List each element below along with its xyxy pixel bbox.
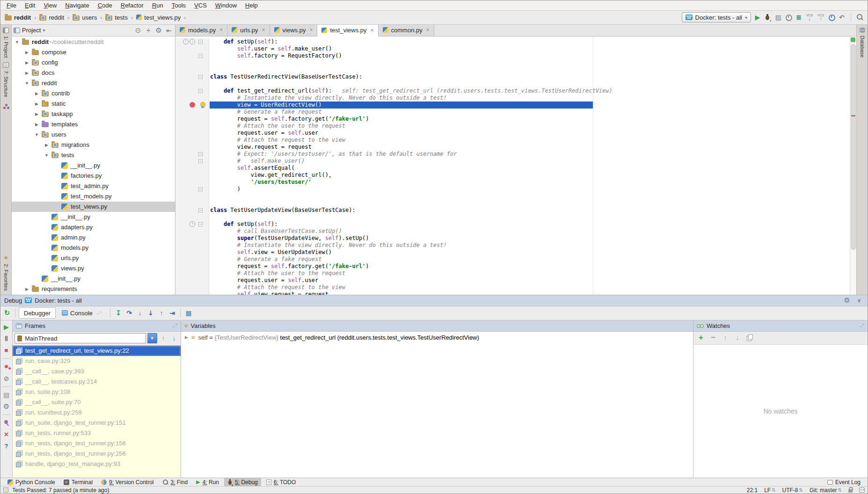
- tree-item-reddit[interactable]: ▼reddit ~/cookiecutter/reddit: [12, 37, 175, 47]
- breadcrumb-item[interactable]: users: [71, 13, 98, 22]
- menu-item-code[interactable]: Code: [94, 0, 117, 10]
- menu-item-view[interactable]: View: [39, 0, 61, 10]
- caret-position[interactable]: 22:1: [747, 487, 758, 494]
- run-to-cursor-icon[interactable]: [168, 308, 177, 318]
- undo-icon[interactable]: [837, 13, 846, 22]
- step-over-icon[interactable]: [124, 308, 134, 318]
- breadcrumb-item[interactable]: test_views.py: [135, 13, 182, 22]
- tree-item-config[interactable]: ▶config: [12, 58, 175, 68]
- fold-marker-icon[interactable]: −: [198, 222, 203, 226]
- move-down-icon[interactable]: [733, 333, 742, 342]
- overridden-method-icon[interactable]: ↓: [190, 39, 195, 44]
- tree-item-test_views.py[interactable]: test_views.py: [12, 202, 175, 212]
- tree-collapsed-arrow-icon[interactable]: ▶: [44, 143, 50, 147]
- rerun-icon[interactable]: [2, 308, 12, 318]
- float-panel-icon[interactable]: →": [858, 323, 864, 328]
- fold-marker-icon[interactable]: −: [198, 54, 203, 58]
- gutter[interactable]: [175, 235, 197, 242]
- fold-marker-icon[interactable]: −: [198, 40, 203, 44]
- help-icon[interactable]: [2, 442, 11, 451]
- run-config-select[interactable]: Docker: tests - all ▾: [682, 12, 751, 22]
- evaluate-expression-icon[interactable]: [184, 308, 193, 318]
- tree-item-templates[interactable]: ▶templates: [12, 119, 175, 130]
- add-watch-icon[interactable]: [696, 333, 706, 342]
- vcs-update-icon[interactable]: VCS↓: [804, 13, 815, 22]
- stack-frame-row[interactable]: run_tests, django_test_runner.py:156: [13, 438, 181, 449]
- sidebar-item-database[interactable]: Database: [860, 36, 865, 58]
- menu-item-tools[interactable]: Tools: [168, 0, 190, 10]
- tree-expanded-arrow-icon[interactable]: ▼: [44, 153, 50, 158]
- gutter[interactable]: [175, 256, 197, 263]
- gutter[interactable]: [175, 80, 197, 87]
- menu-item-edit[interactable]: Edit: [21, 0, 39, 10]
- gutter[interactable]: [175, 249, 197, 256]
- stack-frame-row[interactable]: run, tcunittest.py:259: [13, 407, 181, 418]
- previous-frame-icon[interactable]: [159, 334, 168, 343]
- tree-collapsed-arrow-icon[interactable]: ▶: [24, 60, 30, 65]
- search-everywhere-icon[interactable]: [855, 13, 865, 22]
- gutter[interactable]: [175, 263, 197, 270]
- collapse-all-icon[interactable]: [144, 26, 153, 35]
- editor-scrollbar[interactable]: [850, 36, 856, 295]
- overriding-method-icon[interactable]: ↑: [183, 39, 189, 44]
- tree-collapsed-arrow-icon[interactable]: ▶: [34, 91, 40, 96]
- tree-item-docs[interactable]: ▶docs: [12, 68, 175, 78]
- gutter[interactable]: [175, 242, 197, 249]
- pause-icon[interactable]: [2, 334, 11, 343]
- gutter[interactable]: [175, 165, 197, 172]
- statusbar-button-terminal[interactable]: »Terminal: [60, 478, 96, 486]
- expand-arrow-icon[interactable]: ▶: [185, 335, 188, 340]
- statusbar-button-9-version-control[interactable]: 9: Version Control: [98, 478, 157, 486]
- gutter[interactable]: [175, 144, 197, 151]
- tree-expanded-arrow-icon[interactable]: ▼: [14, 40, 20, 44]
- remove-watch-icon[interactable]: [708, 333, 718, 342]
- gutter[interactable]: [175, 291, 197, 295]
- gutter[interactable]: [175, 207, 197, 214]
- gutter[interactable]: [175, 228, 197, 235]
- tree-expanded-arrow-icon[interactable]: ▼: [24, 81, 30, 86]
- run-with-coverage-icon[interactable]: [794, 13, 803, 22]
- overriding-method-icon[interactable]: ↑: [190, 221, 195, 227]
- tree-item-users[interactable]: ▼users: [12, 130, 175, 140]
- breadcrumb-item[interactable]: tests: [104, 13, 129, 22]
- tab-debugger[interactable]: Debugger: [19, 307, 56, 319]
- statusbar-button-4-run[interactable]: ▶4: Run: [193, 478, 222, 486]
- gutter[interactable]: [175, 151, 197, 158]
- sidebar-item-favorites[interactable]: 2: Favorites: [3, 264, 9, 291]
- scrollbar-thumb[interactable]: [851, 44, 856, 250]
- tab-console[interactable]: Console →": [57, 307, 107, 319]
- breadcrumb-item[interactable]: reddit: [38, 13, 66, 22]
- move-up-icon[interactable]: [721, 333, 730, 342]
- breakpoint-icon[interactable]: [190, 102, 195, 108]
- gutter[interactable]: [175, 179, 197, 186]
- tab-urls-py[interactable]: urls.py×: [227, 25, 270, 36]
- tree-item-tests[interactable]: ▼tests: [12, 150, 175, 160]
- lock-icon[interactable]: [848, 489, 853, 493]
- gutter[interactable]: [175, 193, 197, 200]
- tab-test_views-py[interactable]: test_views.py×: [317, 25, 378, 36]
- fold-marker-icon[interactable]: −: [198, 75, 203, 79]
- gutter[interactable]: [175, 123, 197, 130]
- coverage-icon[interactable]: [773, 13, 783, 22]
- duplicate-icon[interactable]: [745, 333, 754, 342]
- hide-panel-icon[interactable]: [165, 26, 173, 35]
- fold-marker-icon[interactable]: −: [198, 187, 203, 191]
- gutter[interactable]: [175, 66, 197, 73]
- statusbar-button-6-todo[interactable]: 6: TODO: [263, 478, 299, 486]
- close-icon[interactable]: ×: [309, 27, 313, 33]
- settings-icon[interactable]: [154, 26, 163, 35]
- stack-frame-row[interactable]: __call__, suite.py:70: [13, 397, 181, 407]
- menu-item-navigate[interactable]: Navigate: [61, 0, 93, 10]
- vcs-commit-icon[interactable]: VCS↑: [816, 13, 826, 22]
- sidebar-item-project[interactable]: 1: Project: [3, 36, 9, 58]
- fold-marker-icon[interactable]: −: [198, 208, 203, 212]
- tree-item-test_models.py[interactable]: test_models.py: [12, 191, 175, 202]
- gutter[interactable]: ↑↓: [175, 38, 197, 45]
- menu-item-help[interactable]: Help: [241, 0, 262, 10]
- tree-item-test_admin.py[interactable]: test_admin.py: [12, 181, 175, 191]
- locate-icon[interactable]: [134, 26, 142, 35]
- tree-collapsed-arrow-icon[interactable]: ▶: [24, 287, 30, 291]
- settings-icon[interactable]: [2, 402, 11, 411]
- show-execution-point-icon[interactable]: [114, 308, 123, 318]
- gutter[interactable]: [175, 270, 197, 277]
